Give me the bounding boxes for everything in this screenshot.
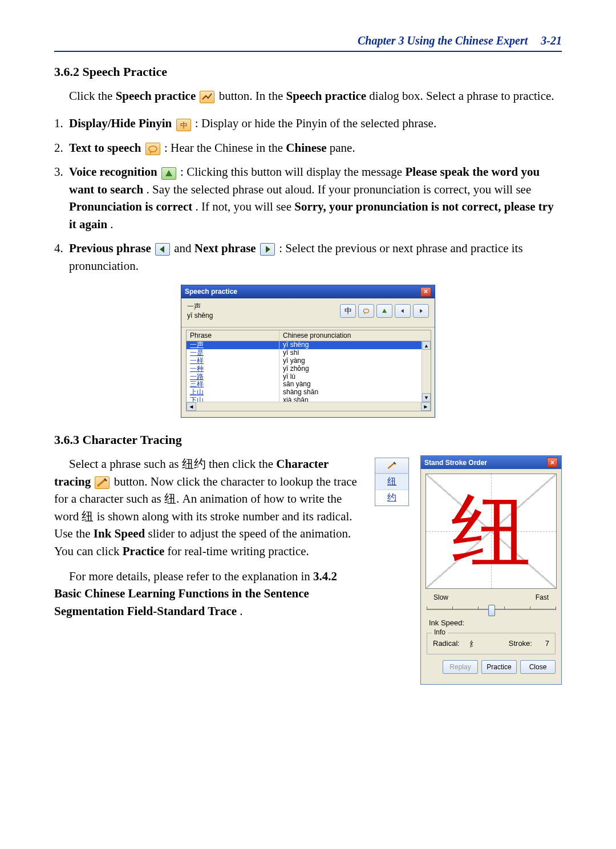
table-row[interactable]: 一样yī yàng <box>187 357 431 365</box>
scroll-down-icon[interactable]: ▼ <box>422 393 431 402</box>
svg-text:中: 中 <box>180 121 187 130</box>
running-header: Chapter 3 Using the Chinese Expert 3-21 <box>54 34 562 52</box>
table-row[interactable]: 一种yī zhǒng <box>187 365 431 373</box>
page-number: 3-21 <box>541 34 562 47</box>
table-row[interactable]: 一路yī lù <box>187 373 431 381</box>
ink-speed-slider[interactable] <box>427 604 556 615</box>
speech-practice-dialog: Speech practice × 一声 yī shēng 中 <box>181 285 435 418</box>
stroke-glyph: 纽 <box>451 491 531 571</box>
step-3: Voice recognition : Clicking this button… <box>54 163 562 233</box>
next-phrase-button[interactable] <box>413 304 429 318</box>
section-heading-363: 3.6.3 Character Tracing <box>54 432 562 447</box>
replay-button[interactable]: Replay <box>443 660 478 674</box>
dialog-toolbar: 中 <box>340 304 429 318</box>
speech-practice-icon <box>200 91 214 103</box>
dialog-title: Speech practice <box>185 288 237 296</box>
table-row[interactable]: 下山xià shān <box>187 397 431 402</box>
slow-label: Slow <box>433 593 448 601</box>
close-button[interactable]: Close <box>520 660 556 674</box>
table-row[interactable]: 一声yī shēng <box>187 341 431 349</box>
next-phrase-icon <box>260 243 275 256</box>
section-363-text: Select a phrase such as 纽约 then click th… <box>54 455 363 628</box>
practice-button[interactable]: Practice <box>481 660 517 674</box>
fast-label: Fast <box>536 593 549 601</box>
character-tracing-icon <box>95 476 110 489</box>
step-4: Previous phrase and Next phrase : Select… <box>54 240 562 274</box>
dialog-titlebar[interactable]: Stand Stroke Order × <box>421 456 561 469</box>
section-heading-362: 3.6.2 Speech Practice <box>54 64 562 79</box>
col-pronunciation[interactable]: Chinese pronunciation <box>279 330 431 341</box>
stroke-value: 7 <box>545 639 549 649</box>
document-page: Chapter 3 Using the Chinese Expert 3-21 … <box>0 0 616 849</box>
voice-recognition-button[interactable] <box>376 304 392 318</box>
current-phrase: 一声 yī shēng <box>187 302 213 320</box>
radical-label: Radical: <box>433 639 465 649</box>
horizontal-scrollbar[interactable]: ◄ ► <box>187 402 431 411</box>
close-icon[interactable]: × <box>420 287 431 297</box>
svg-point-2 <box>363 309 368 313</box>
step-2: Text to speech : Hear the Chinese in the… <box>54 139 562 156</box>
section-362-intro: Click the Speech practice button. In the… <box>54 87 562 104</box>
pinyin-toggle-icon: 中 <box>176 119 191 131</box>
tracing-pen-button[interactable] <box>375 458 408 474</box>
stroke-order-dialog: Stand Stroke Order × 纽 Slow Fast <box>420 455 562 685</box>
col-phrase[interactable]: Phrase <box>187 330 279 341</box>
table-row[interactable]: 上山shàng shān <box>187 389 431 397</box>
char-option-1[interactable]: 纽 <box>375 474 408 490</box>
scroll-right-icon[interactable]: ► <box>421 402 431 411</box>
step-1: Display/Hide Pinyin 中 : Display or hide … <box>54 115 562 132</box>
stroke-label: Stroke: <box>509 639 541 649</box>
phrase-table: Phrase Chinese pronunciation 一声yī shēng一… <box>186 330 431 411</box>
table-body: 一声yī shēng一是yī shì一样yī yàng一种yī zhǒng一路y… <box>187 341 431 402</box>
previous-phrase-icon <box>155 243 170 256</box>
close-icon[interactable]: × <box>547 458 558 467</box>
chapter-title: Chapter 3 Using the Chinese Expert <box>358 34 528 47</box>
radical-value: 纟 <box>469 639 477 649</box>
previous-phrase-button[interactable] <box>395 304 411 318</box>
dialog-titlebar[interactable]: Speech practice × <box>181 285 435 298</box>
table-row[interactable]: 三样sān yàng <box>187 381 431 389</box>
info-group: Info Radical: 纟 Stroke: 7 <box>427 633 556 654</box>
tts-button[interactable] <box>358 304 374 318</box>
scroll-up-icon[interactable]: ▲ <box>422 341 431 350</box>
vertical-scrollbar[interactable]: ▲ ▼ <box>422 341 431 402</box>
dialog-title: Stand Stroke Order <box>424 459 487 467</box>
info-legend: Info <box>432 628 448 636</box>
table-row[interactable]: 一是yī shì <box>187 349 431 357</box>
scroll-left-icon[interactable]: ◄ <box>187 402 196 411</box>
text-to-speech-icon <box>145 143 160 155</box>
steps-list: Display/Hide Pinyin 中 : Display or hide … <box>54 115 562 274</box>
character-picker: 纽 约 <box>375 458 409 506</box>
table-header: Phrase Chinese pronunciation <box>187 330 431 341</box>
pinyin-toggle-button[interactable]: 中 <box>340 304 356 318</box>
voice-recognition-icon <box>161 167 176 180</box>
char-option-2[interactable]: 约 <box>375 490 408 506</box>
stroke-canvas: 纽 <box>425 474 557 589</box>
svg-point-1 <box>149 146 157 152</box>
